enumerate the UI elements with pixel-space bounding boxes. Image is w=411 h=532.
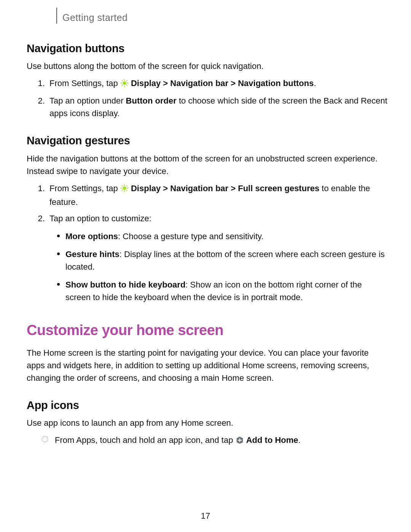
text: : Choose a gesture type and sensitivity.: [118, 232, 263, 241]
heading-navigation-gestures: Navigation gestures: [27, 133, 388, 149]
text: .: [314, 78, 316, 88]
heading-customize-home-screen: Customize your home screen: [27, 320, 388, 341]
display-brightness-icon: [120, 78, 129, 91]
text-bold: Show button to hide keyboard: [65, 280, 185, 289]
svg-line-6: [126, 85, 127, 86]
text-bold: Gesture hints: [65, 249, 119, 259]
add-to-home-icon: [236, 435, 244, 448]
svg-line-5: [122, 80, 123, 81]
nav-buttons-intro: Use buttons along the bottom of the scre…: [27, 60, 388, 72]
text-bold: Add to Home: [246, 435, 298, 445]
svg-line-8: [126, 80, 127, 81]
document-page: Getting started Navigation buttons Use b…: [0, 0, 411, 532]
svg-line-14: [122, 185, 123, 186]
nav-gestures-step-2: Tap an option to customize: More options…: [47, 212, 388, 304]
text-bold: More options: [65, 232, 118, 241]
nav-gestures-step-1: From Settings, tap Displ: [47, 182, 388, 208]
heading-app-icons: App icons: [27, 397, 388, 414]
text: From Apps, touch and hold an app icon, a…: [55, 435, 236, 445]
text: From Settings, tap: [49, 184, 120, 193]
text: Tap an option under: [49, 96, 126, 105]
svg-line-15: [126, 190, 127, 190]
option-gesture-hints: Gesture hints: Display lines at the bott…: [59, 248, 388, 273]
heading-navigation-buttons: Navigation buttons: [27, 40, 388, 57]
app-icons-intro: Use app icons to launch an app from any …: [27, 417, 388, 429]
nav-buttons-step-1: From Settings, tap Displ: [47, 77, 388, 91]
svg-line-7: [122, 85, 123, 86]
app-icons-steps: From Apps, touch and hold an app icon, a…: [42, 434, 388, 448]
text: From Settings, tap: [49, 78, 120, 88]
text-bold: Display > Navigation bar > Full screen g…: [131, 184, 319, 193]
option-show-button-hide-keyboard: Show button to hide keyboard: Show an ic…: [59, 278, 388, 304]
nav-gestures-steps: From Settings, tap Displ: [27, 182, 388, 304]
nav-buttons-steps: From Settings, tap Displ: [27, 77, 388, 120]
text-bold: Button order: [126, 96, 177, 105]
header-divider: [56, 8, 57, 24]
nav-gestures-options: More options: Choose a gesture type and …: [49, 230, 388, 304]
customize-home-intro: The Home screen is the starting point fo…: [27, 347, 388, 384]
text-bold: Display > Navigation bar > Navigation bu…: [131, 78, 314, 88]
text: .: [298, 435, 301, 445]
svg-line-16: [122, 190, 123, 190]
nav-buttons-step-2: Tap an option under Button order to choo…: [47, 94, 388, 120]
nav-gestures-intro: Hide the navigation buttons at the botto…: [27, 152, 388, 177]
svg-point-9: [123, 186, 126, 190]
option-more-options: More options: Choose a gesture type and …: [59, 230, 388, 243]
breadcrumb: Getting started: [62, 11, 388, 25]
text: Tap an option to customize:: [49, 214, 151, 223]
page-number: 17: [0, 510, 411, 522]
display-brightness-icon: [120, 183, 129, 196]
svg-line-17: [126, 185, 127, 186]
svg-point-0: [123, 81, 126, 85]
app-icons-step-1: From Apps, touch and hold an app icon, a…: [42, 434, 388, 448]
